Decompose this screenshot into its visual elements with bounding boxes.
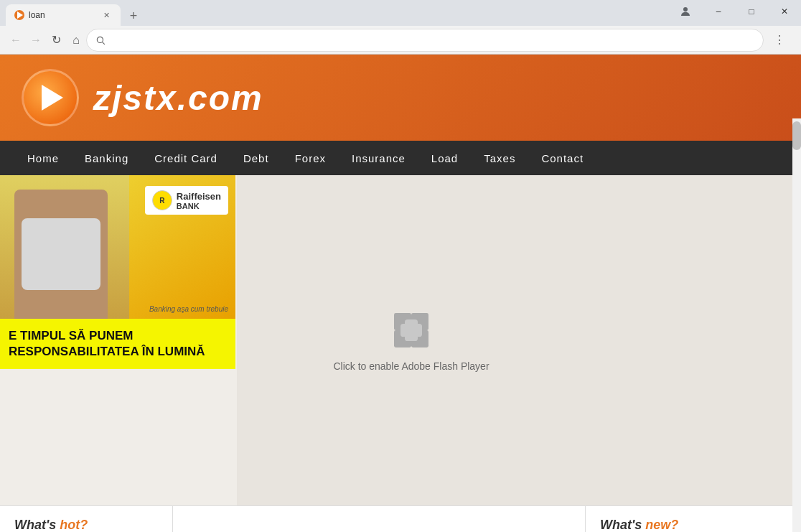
account-button[interactable] <box>669 0 702 23</box>
svg-rect-8 <box>400 324 422 337</box>
browser-window: – □ ✕ loan ✕ + ← → ↻ ⌂ ⋮ <box>0 0 801 55</box>
ad-banner[interactable]: R Raiffeisen BANK Banking aşa cum trebui… <box>0 175 235 369</box>
whats-new-title: What's new? <box>600 518 787 532</box>
flash-placeholder[interactable]: Click to enable Adobe Flash Player <box>304 280 517 401</box>
right-sidebar <box>586 175 801 505</box>
website-content: zjstx.com Home Banking Credit Card Debt … <box>0 55 801 532</box>
flash-click-text: Click to enable Adobe Flash Player <box>333 360 489 372</box>
forward-button[interactable]: → <box>26 30 46 50</box>
nav-item-debt[interactable]: Debt <box>230 141 282 175</box>
active-tab[interactable]: loan ✕ <box>6 4 121 26</box>
raiffeisen-logo: R <box>152 190 172 210</box>
nav-item-banking[interactable]: Banking <box>72 141 141 175</box>
bottom-center-spacer <box>172 506 586 532</box>
whats-hot-section: What's hot? With Online Student Loans, P… <box>0 506 172 532</box>
tab-close-button[interactable]: ✕ <box>100 9 112 21</box>
tab-bar: – □ ✕ loan ✕ + <box>0 0 801 26</box>
scrollbar-thumb[interactable] <box>792 121 801 150</box>
svg-point-1 <box>97 37 103 42</box>
address-input[interactable] <box>111 34 754 45</box>
bottom-sections: What's hot? With Online Student Loans, P… <box>0 505 801 532</box>
tab-title: loan <box>29 10 96 20</box>
ad-tagline-line2: RESPONSABILITATEA ÎN LUMINĂ <box>9 344 205 360</box>
nav-item-insurance[interactable]: Insurance <box>339 141 418 175</box>
maximize-button[interactable]: □ <box>735 0 768 23</box>
flash-plugin-icon <box>390 309 433 352</box>
reload-button[interactable]: ↻ <box>46 30 66 50</box>
search-icon <box>95 35 106 45</box>
nav-item-contact[interactable]: Contact <box>528 141 596 175</box>
site-title: zjstx.com <box>93 78 263 118</box>
play-icon <box>42 85 63 111</box>
ad-tagline-area: E TIMPUL SĂ PUNEM RESPONSABILITATEA ÎN L… <box>0 319 235 369</box>
left-sidebar: R Raiffeisen BANK Banking aşa cum trebui… <box>0 175 237 505</box>
center-content: Click to enable Adobe Flash Player <box>237 175 586 505</box>
nav-item-home[interactable]: Home <box>14 141 72 175</box>
bank-subtitle: BANK <box>177 202 221 210</box>
address-bar[interactable] <box>86 29 764 52</box>
site-logo <box>22 69 79 126</box>
nav-item-load[interactable]: Load <box>418 141 471 175</box>
ad-tagline-small: Banking aşa cum trebuie <box>149 305 228 313</box>
nav-item-forex[interactable]: Forex <box>282 141 339 175</box>
nav-item-credit-card[interactable]: Credit Card <box>141 141 230 175</box>
site-header: zjstx.com <box>0 55 801 141</box>
whats-new-section: What's new? Bookkeeping Outsourcing-Ke A… <box>586 506 801 532</box>
new-tab-button[interactable]: + <box>123 6 144 26</box>
main-content: R Raiffeisen BANK Banking aşa cum trebui… <box>0 175 801 505</box>
scrollbar[interactable] <box>792 118 801 532</box>
svg-point-0 <box>683 7 688 11</box>
close-button[interactable]: ✕ <box>768 0 801 23</box>
home-button[interactable]: ⌂ <box>66 30 86 50</box>
tab-favicon <box>14 10 24 20</box>
ad-tagline-line1: E TIMPUL SĂ PUNEM <box>9 328 205 344</box>
chrome-menu-button[interactable]: ⋮ <box>769 30 790 50</box>
back-button[interactable]: ← <box>6 30 26 50</box>
svg-line-2 <box>103 42 105 44</box>
site-navigation: Home Banking Credit Card Debt Forex Insu… <box>0 141 801 175</box>
whats-hot-title: What's hot? <box>14 518 158 532</box>
nav-item-taxes[interactable]: Taxes <box>471 141 528 175</box>
minimize-button[interactable]: – <box>702 0 735 23</box>
bank-name: Raiffeisen <box>177 191 221 202</box>
